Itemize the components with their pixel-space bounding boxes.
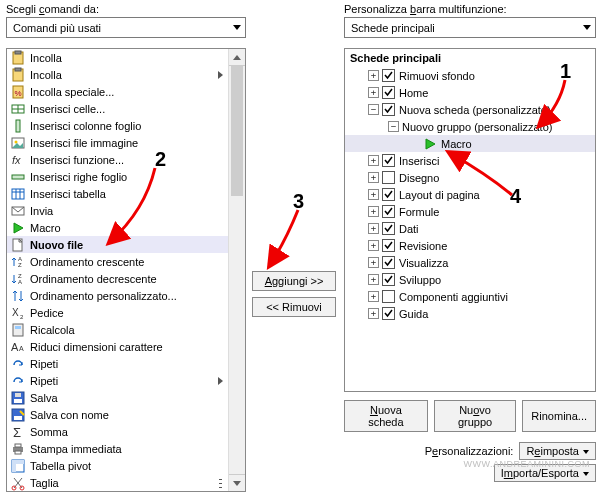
expand-icon[interactable]: +: [368, 155, 379, 166]
collapse-icon[interactable]: −: [368, 104, 379, 115]
checkbox[interactable]: [382, 307, 395, 320]
tree-item[interactable]: +Sviluppo: [345, 271, 595, 288]
expand-icon[interactable]: +: [368, 87, 379, 98]
customize-ribbon-dropdown[interactable]: Schede principali: [344, 17, 596, 38]
command-label: Inserisci tabella: [30, 188, 106, 200]
expand-icon[interactable]: +: [368, 274, 379, 285]
choose-commands-dropdown[interactable]: Comandi più usati: [6, 17, 246, 38]
command-item[interactable]: %Incolla speciale...: [7, 83, 229, 100]
command-item[interactable]: Inserisci tabella: [7, 185, 229, 202]
svg-text:A: A: [19, 345, 24, 352]
tree-item[interactable]: −Nuova scheda (personalizzato): [345, 101, 595, 118]
pivot-icon: [10, 458, 26, 474]
checkbox[interactable]: [382, 86, 395, 99]
expand-icon[interactable]: +: [368, 172, 379, 183]
expand-icon[interactable]: +: [368, 240, 379, 251]
command-item[interactable]: Ricalcola: [7, 321, 229, 338]
command-item[interactable]: Inserisci colonne foglio: [7, 117, 229, 134]
new-group-button[interactable]: Nuovo gruppo: [434, 400, 517, 432]
tree-item[interactable]: +Rimuovi sfondo: [345, 67, 595, 84]
cut-icon: [10, 475, 26, 491]
checkbox[interactable]: [382, 103, 395, 116]
svg-rect-37: [15, 444, 21, 447]
tree-item[interactable]: +Formule: [345, 203, 595, 220]
annotation-1: 1: [560, 60, 571, 83]
tree-item[interactable]: +Guida: [345, 305, 595, 322]
tree-item[interactable]: +Inserisci: [345, 152, 595, 169]
checkbox[interactable]: [382, 239, 395, 252]
expand-icon[interactable]: +: [368, 257, 379, 268]
submenu-indicator-icon: [218, 377, 223, 385]
command-item[interactable]: AZOrdinamento crescente: [7, 253, 229, 270]
tree-item[interactable]: +Visualizza: [345, 254, 595, 271]
expand-icon[interactable]: +: [368, 206, 379, 217]
command-item[interactable]: ΣSomma: [7, 423, 229, 440]
new-tab-button[interactable]: Nuova scheda: [344, 400, 428, 432]
checkbox[interactable]: [382, 188, 395, 201]
command-item[interactable]: Tabella pivot: [7, 457, 229, 474]
command-item[interactable]: Inserisci righe foglio: [7, 168, 229, 185]
command-item[interactable]: Incolla: [7, 66, 229, 83]
tree-item[interactable]: +Disegno: [345, 169, 595, 186]
command-item[interactable]: Incolla: [7, 49, 229, 66]
scroll-up-button[interactable]: [229, 49, 245, 66]
tree-item[interactable]: +Home: [345, 84, 595, 101]
command-label: Nuovo file: [30, 239, 83, 251]
table-icon: [10, 186, 26, 202]
expand-icon[interactable]: +: [368, 308, 379, 319]
checkbox[interactable]: [382, 154, 395, 167]
expand-icon[interactable]: +: [368, 223, 379, 234]
save-icon: [10, 390, 26, 406]
svg-text:X: X: [12, 307, 19, 318]
annotation-4: 4: [510, 185, 521, 208]
tree-item[interactable]: +Dati: [345, 220, 595, 237]
command-item[interactable]: Nuovo file: [7, 236, 229, 253]
checkbox[interactable]: [382, 273, 395, 286]
command-item[interactable]: Invia: [7, 202, 229, 219]
command-item[interactable]: X2Pedice: [7, 304, 229, 321]
command-item[interactable]: Inserisci celle...: [7, 100, 229, 117]
command-item[interactable]: Salva con nome: [7, 406, 229, 423]
scrollbar[interactable]: [228, 49, 245, 491]
expand-icon[interactable]: +: [368, 291, 379, 302]
envelope-icon: [10, 203, 26, 219]
collapse-icon[interactable]: −: [388, 121, 399, 132]
command-item[interactable]: ZAOrdinamento decrescente: [7, 270, 229, 287]
play-icon: [10, 220, 26, 236]
svg-text:2: 2: [20, 314, 24, 320]
tree-item[interactable]: −Nuovo gruppo (personalizzato): [345, 118, 595, 135]
command-item[interactable]: Ripeti: [7, 355, 229, 372]
tree-item[interactable]: +Revisione: [345, 237, 595, 254]
command-item[interactable]: Inserisci file immagine: [7, 134, 229, 151]
command-item[interactable]: Salva: [7, 389, 229, 406]
checkbox[interactable]: [382, 205, 395, 218]
rename-button[interactable]: Rinomina...: [522, 400, 596, 432]
remove-button[interactable]: << Rimuovi: [252, 297, 336, 317]
command-item[interactable]: Stampa immediata: [7, 440, 229, 457]
expand-icon[interactable]: +: [368, 70, 379, 81]
tree-item[interactable]: +Componenti aggiuntivi: [345, 288, 595, 305]
scroll-down-button[interactable]: [229, 474, 245, 491]
expand-icon[interactable]: +: [368, 189, 379, 200]
redo-icon: [10, 356, 26, 372]
checkbox[interactable]: [382, 290, 395, 303]
commands-listbox[interactable]: IncollaIncolla%Incolla speciale...Inseri…: [6, 48, 246, 492]
checkbox[interactable]: [382, 256, 395, 269]
checkbox[interactable]: [382, 171, 395, 184]
reset-button[interactable]: Reimposta: [519, 442, 596, 460]
tree-item[interactable]: Macro: [345, 135, 595, 152]
ribbon-tree[interactable]: Schede principali +Rimuovi sfondo+Home−N…: [344, 48, 596, 392]
command-item[interactable]: Taglia: [7, 474, 229, 491]
command-item[interactable]: fxInserisci funzione...: [7, 151, 229, 168]
customizations-label: Personalizzazioni:: [425, 445, 514, 457]
command-item[interactable]: Ripeti: [7, 372, 229, 389]
command-item[interactable]: AARiduci dimensioni carattere: [7, 338, 229, 355]
scroll-thumb[interactable]: [231, 66, 243, 196]
add-button[interactable]: Aggiungi >>: [252, 271, 336, 291]
command-item[interactable]: Ordinamento personalizzato...: [7, 287, 229, 304]
command-item[interactable]: Macro: [7, 219, 229, 236]
tree-item[interactable]: +Layout di pagina: [345, 186, 595, 203]
checkbox[interactable]: [382, 222, 395, 235]
svg-rect-3: [15, 68, 21, 71]
checkbox[interactable]: [382, 69, 395, 82]
